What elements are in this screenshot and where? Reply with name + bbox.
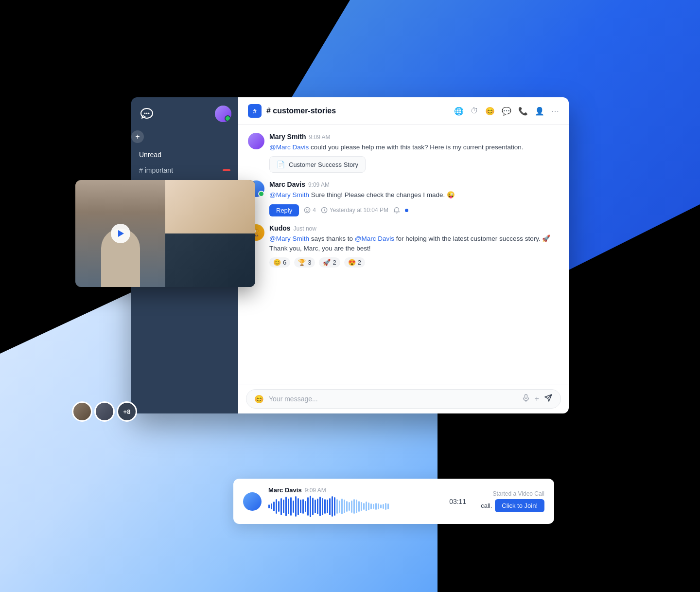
add-attachment-icon[interactable]: + [535,395,539,403]
add-button[interactable]: + [131,130,144,143]
header-actions: 🌐 ⏱ 😊 💬 📞 👤 ⋯ [454,107,559,116]
svg-point-9 [306,209,307,210]
send-icon[interactable] [544,394,553,404]
msg-text-after-mary: could you please help me with this task?… [311,144,523,151]
msg-actions-marc: Reply 4 Yesterday at 10:04 PM [269,204,559,216]
app-logo [138,105,156,123]
click-to-join-button[interactable]: Click to Join! [495,499,544,512]
svg-rect-12 [525,395,527,398]
mention-marc-kudos: @Marc Davis [355,235,394,242]
participants-plus-badge[interactable]: +8 [117,401,137,422]
file-icon: 📄 [277,161,285,168]
svg-point-3 [148,113,150,114]
video-call-overlay [75,180,255,287]
unread-dot [405,209,408,212]
participants-row: +8 [72,401,137,422]
svg-point-8 [305,207,310,213]
msg-text-mid: says thanks to [311,235,355,242]
channel-icon: # [248,104,262,118]
sidebar-header [131,97,238,130]
emoji-icon[interactable]: 😊 [485,107,495,116]
attachment-name: Customer Success Story [289,161,358,168]
voice-time: 9:09 AM [305,487,326,494]
voice-message-card: Marc Davis 9:09 AM 03:11 Started a Video… [233,479,554,524]
call-label: call. [481,502,492,509]
mention-marc: @Marc Davis [269,144,309,151]
msg-time-kudos: Just now [294,225,316,232]
mention-mary: @Mary Smith [269,191,309,198]
video-cell-3 [165,233,255,287]
msg-text-kudos: @Mary Smith says thanks to @Marc Davis f… [269,234,559,254]
video-cell-2 [165,180,255,233]
more-icon[interactable]: ⋯ [551,107,559,116]
msg-header-mary: Mary Smith 9:09 AM [269,133,559,141]
msg-time-mary: 9:09 AM [309,134,330,141]
voice-duration: 03:11 [449,498,466,505]
message-marc: Marc Davis 9:09 AM @Mary Smith Sure thin… [248,180,559,216]
channel-name-wrap: # # customer-stories [248,104,336,118]
msg-timestamp: Yesterday at 10:04 PM [321,207,388,214]
voice-sender: Marc Davis [268,486,302,494]
message-input[interactable] [269,395,517,403]
msg-name-marc: Marc Davis [269,180,305,188]
svg-point-10 [308,209,309,210]
voice-avatar [243,492,262,511]
participant-avatar-2 [94,401,115,422]
reaction-trophy[interactable]: 🏆 3 [294,257,315,268]
avatar-mary [248,133,264,149]
msg-text-after-marc: Sure thing! Please check the changes I m… [311,191,455,198]
message-input-inner: 😊 + [246,389,561,409]
message-mary: Mary Smith 9:09 AM @Marc Davis could you… [248,133,559,173]
msg-name-kudos: Kudos [269,224,291,232]
message-input-wrap: 😊 + [238,384,569,413]
chat-header: # # customer-stories 🌐 ⏱ 😊 💬 📞 👤 ⋯ [238,97,569,125]
sidebar-item-unread[interactable]: Unread [131,147,238,162]
nav-badge-important [223,169,230,171]
bell-icon [393,207,400,214]
mention-mary-kudos: @Mary Smith [269,235,309,242]
play-button[interactable] [111,224,130,243]
reaction-heart-eyes[interactable]: 😍 2 [344,257,365,268]
members-icon[interactable]: 👤 [535,107,544,116]
message-kudos: 🏆 Kudos Just now @Mary Smith says thanks… [248,224,559,268]
message-content-marc: Marc Davis 9:09 AM @Mary Smith Sure thin… [269,180,559,216]
participant-avatar-1 [72,401,92,422]
channel-name: # customer-stories [266,107,336,115]
msg-text-marc: @Mary Smith Sure thing! Please check the… [269,190,559,200]
msg-name-mary: Mary Smith [269,133,306,141]
reaction-rocket[interactable]: 🚀 2 [319,257,340,268]
svg-point-1 [144,113,146,114]
chat-icon[interactable]: 💬 [502,107,511,116]
message-content-kudos: Kudos Just now @Mary Smith says thanks t… [269,224,559,268]
video-cell-main [75,180,165,287]
msg-header-kudos: Kudos Just now [269,224,559,232]
mic-input-icon[interactable] [522,394,530,404]
user-avatar[interactable] [215,106,231,122]
reactions-kudos: 😊 6 🏆 3 🚀 2 😍 2 [269,257,559,268]
globe-icon[interactable]: 🌐 [454,107,464,116]
svg-point-2 [146,113,148,114]
voice-waveform [268,497,442,516]
attachment-file[interactable]: 📄 Customer Success Story [269,156,366,173]
clock-icon[interactable]: ⏱ [471,107,478,115]
reactions-count: 4 [304,207,316,214]
emoji-picker-icon[interactable]: 😊 [254,395,264,404]
message-content-mary: Mary Smith 9:09 AM @Marc Davis could you… [269,133,559,173]
sidebar-item-important[interactable]: # important [131,162,238,178]
msg-header-marc: Marc Davis 9:09 AM [269,180,559,188]
msg-text-mary: @Marc Davis could you please help me wit… [269,143,559,152]
reply-button[interactable]: Reply [269,204,299,216]
phone-icon[interactable]: 📞 [518,107,528,116]
reaction-smile[interactable]: 😊 6 [269,257,290,268]
messages-list: Mary Smith 9:09 AM @Marc Davis could you… [238,125,569,384]
msg-time-marc: 9:09 AM [308,181,330,188]
video-call-label: Started a Video Call [492,490,544,497]
chat-area: # # customer-stories 🌐 ⏱ 😊 💬 📞 👤 ⋯ Mar [238,97,569,413]
voice-content: Marc Davis 9:09 AM [268,486,442,516]
